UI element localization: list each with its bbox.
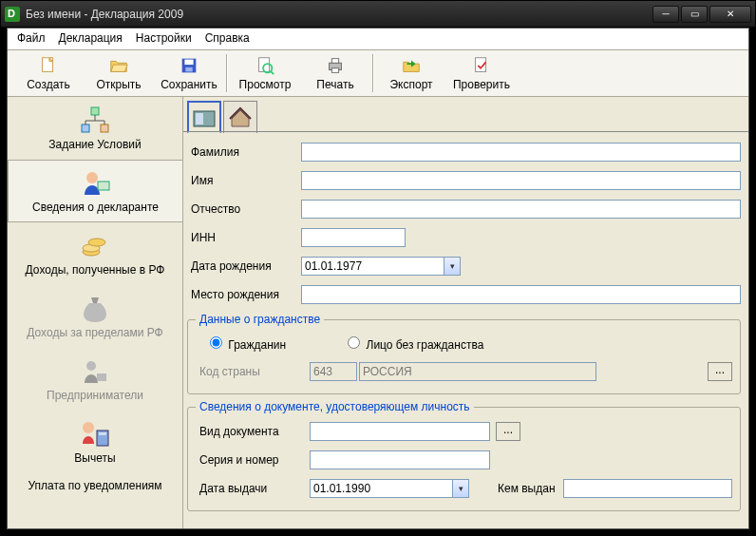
svg-point-21 bbox=[83, 422, 94, 433]
birth-place-input[interactable] bbox=[301, 285, 741, 304]
app-icon bbox=[5, 7, 20, 22]
row-name: Имя bbox=[187, 166, 741, 195]
preview-icon bbox=[255, 55, 275, 76]
svg-rect-23 bbox=[99, 432, 106, 435]
menu-settings[interactable]: Настройки bbox=[132, 29, 201, 48]
menu-help[interactable]: Справка bbox=[201, 29, 259, 48]
menu-file[interactable]: Файл bbox=[13, 29, 55, 48]
window-title: Без имени - Декларация 2009 bbox=[26, 8, 651, 21]
row-series-number: Серия и номер bbox=[196, 446, 732, 474]
save-icon bbox=[179, 55, 199, 76]
svg-rect-3 bbox=[185, 67, 192, 72]
radio-stateless[interactable]: Лицо без гражданства bbox=[343, 334, 483, 352]
toolbar: Создать Открыть Сохранить Просмотр Печат… bbox=[8, 49, 748, 97]
form-content: Фамилия Имя Отчество ИНН bbox=[183, 131, 748, 528]
deductions-icon bbox=[80, 419, 110, 450]
sidebar-item-income-rf[interactable]: Доходы, полученные в РФ bbox=[8, 222, 182, 285]
citizenship-radio-row: Гражданин Лицо без гражданства bbox=[196, 330, 732, 357]
toolbar-create[interactable]: Создать bbox=[13, 51, 84, 95]
birth-date-input[interactable] bbox=[301, 257, 444, 276]
svg-point-19 bbox=[86, 361, 96, 371]
hierarchy-icon bbox=[80, 105, 110, 136]
export-icon bbox=[401, 55, 422, 76]
issued-by-input[interactable] bbox=[563, 479, 732, 498]
svg-point-18 bbox=[88, 239, 105, 246]
row-doc-type: Вид документа bbox=[196, 417, 732, 446]
sidebar-item-payment-notice[interactable]: Уплата по уведомлениям bbox=[8, 473, 182, 502]
patronymic-input[interactable] bbox=[301, 200, 741, 219]
body-area: Задание Условий Сведения о декларанте До… bbox=[8, 97, 748, 528]
radio-citizen[interactable]: Гражданин bbox=[205, 334, 286, 352]
svg-rect-2 bbox=[184, 60, 193, 66]
row-country-code: Код страны bbox=[196, 357, 732, 386]
row-birth-date: Дата рождения bbox=[187, 252, 741, 280]
toolbar-open[interactable]: Открыть bbox=[84, 51, 154, 95]
toolbar-print[interactable]: Печать bbox=[300, 51, 370, 95]
doc-type-input[interactable] bbox=[310, 422, 490, 441]
name-input[interactable] bbox=[301, 171, 741, 190]
citizenship-group: Данные о гражданстве Гражданин Лицо без … bbox=[187, 313, 741, 394]
sidebar-item-deductions[interactable]: Вычеты bbox=[8, 411, 182, 473]
print-icon bbox=[325, 55, 346, 76]
country-code-input bbox=[310, 362, 357, 381]
chevron-down-icon[interactable] bbox=[444, 257, 461, 276]
issue-date-input[interactable] bbox=[310, 479, 452, 498]
svg-rect-20 bbox=[97, 373, 106, 381]
menu-declaration[interactable]: Декларация bbox=[55, 29, 132, 48]
maximize-button[interactable]: ▭ bbox=[681, 6, 708, 23]
row-birth-place: Место рождения bbox=[187, 280, 741, 309]
toolbar-preview[interactable]: Просмотр bbox=[230, 51, 300, 95]
tab-personal[interactable] bbox=[187, 101, 221, 133]
close-button[interactable]: ✕ bbox=[709, 6, 751, 23]
tab-strip bbox=[183, 97, 748, 133]
toolbar-export[interactable]: Экспорт bbox=[376, 51, 446, 95]
svg-rect-9 bbox=[331, 68, 338, 73]
person-card-icon bbox=[81, 168, 111, 199]
house-icon bbox=[228, 105, 253, 130]
check-icon bbox=[471, 55, 492, 76]
coins-icon bbox=[80, 231, 110, 261]
new-file-icon bbox=[38, 55, 59, 76]
tab-address[interactable] bbox=[223, 101, 257, 133]
toolbar-check[interactable]: Проверить bbox=[446, 51, 517, 95]
identity-group: Сведения о документе, удостоверяющем лич… bbox=[187, 400, 741, 511]
doc-type-browse-button[interactable] bbox=[496, 422, 520, 441]
row-surname: Фамилия bbox=[187, 138, 741, 166]
svg-rect-25 bbox=[196, 113, 203, 124]
sidebar-item-entrepreneurs[interactable]: Предприниматели bbox=[8, 348, 182, 411]
chevron-down-icon[interactable] bbox=[452, 479, 469, 498]
svg-rect-11 bbox=[91, 107, 99, 115]
sidebar-item-conditions[interactable]: Задание Условий bbox=[8, 97, 182, 160]
citizenship-legend: Данные о гражданстве bbox=[196, 313, 324, 326]
svg-rect-12 bbox=[82, 124, 89, 132]
series-number-input[interactable] bbox=[310, 450, 490, 469]
row-issue-date: Дата выдачи Кем выдан bbox=[196, 474, 732, 503]
country-name-input bbox=[359, 362, 596, 381]
issued-by-label: Кем выдан bbox=[498, 482, 556, 495]
app-window: Без имени - Декларация 2009 ─ ▭ ✕ Файл Д… bbox=[0, 0, 756, 536]
client-area: Файл Декларация Настройки Справка Создат… bbox=[7, 28, 749, 529]
folder-open-icon bbox=[108, 55, 129, 76]
birth-date-combo[interactable] bbox=[301, 257, 461, 276]
sidebar-item-declarant[interactable]: Сведения о декларанте bbox=[8, 160, 182, 222]
issue-date-combo[interactable] bbox=[310, 479, 469, 498]
id-box-icon bbox=[192, 105, 217, 130]
svg-rect-13 bbox=[101, 124, 108, 132]
toolbar-separator bbox=[372, 54, 374, 92]
country-browse-button[interactable] bbox=[708, 362, 732, 381]
minimize-button[interactable]: ─ bbox=[652, 6, 679, 23]
money-bag-icon bbox=[80, 294, 110, 324]
svg-point-14 bbox=[86, 172, 98, 183]
svg-line-6 bbox=[271, 71, 274, 74]
inn-input[interactable] bbox=[301, 228, 406, 247]
sidebar-item-income-abroad[interactable]: Доходы за пределами РФ bbox=[8, 285, 182, 348]
svg-rect-8 bbox=[331, 59, 338, 64]
toolbar-save[interactable]: Сохранить bbox=[154, 51, 224, 95]
identity-legend: Сведения о документе, удостоверяющем лич… bbox=[196, 400, 474, 413]
sidebar: Задание Условий Сведения о декларанте До… bbox=[8, 97, 183, 528]
menubar: Файл Декларация Настройки Справка bbox=[8, 29, 748, 49]
surname-input[interactable] bbox=[301, 143, 741, 162]
titlebar: Без имени - Декларация 2009 ─ ▭ ✕ bbox=[1, 1, 755, 28]
row-patronymic: Отчество bbox=[187, 195, 741, 223]
row-inn: ИНН bbox=[187, 223, 741, 252]
